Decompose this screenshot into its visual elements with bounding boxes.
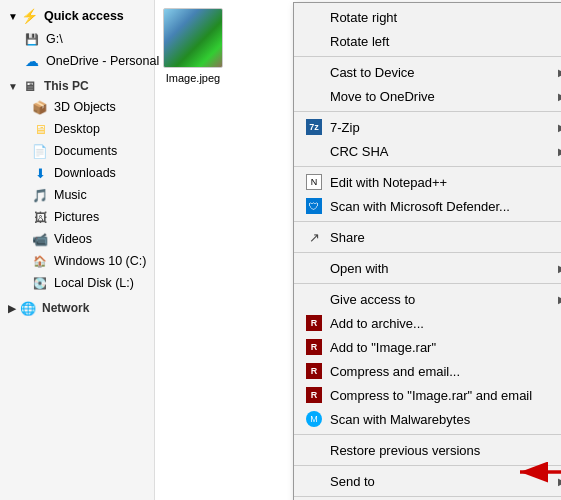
notepad-icon: N [304,174,324,190]
restore-icon [304,442,324,458]
menu-separator-4 [294,221,561,222]
cast-icon [304,64,324,80]
sidebar-network[interactable]: ▶ 🌐 Network [0,294,154,318]
menu-item-share[interactable]: ↗ Share [294,225,561,249]
red-arrow-annotation [510,458,561,486]
videos-icon: 📹 [32,231,48,247]
menu-restore-label: Restore previous versions [330,443,480,458]
sidebar-item-g-drive[interactable]: 💾 G:\ [0,28,154,50]
rotate-left-icon [304,33,324,49]
menu-add-archive-label: Add to archive... [330,316,424,331]
menu-item-give-access[interactable]: Give access to ▶ [294,287,561,311]
menu-separator-2 [294,111,561,112]
menu-item-malwarebytes[interactable]: M Scan with Malwarebytes [294,407,561,431]
menu-rotate-right-label: Rotate right [330,10,397,25]
file-label: Image.jpeg [159,72,227,84]
sidebar-item-desktop[interactable]: 🖥 Desktop [0,118,154,140]
quick-access-icon: ⚡ [22,8,38,24]
this-pc-chevron: ▼ [8,81,18,92]
menu-item-move-onedrive[interactable]: Move to OneDrive ▶ [294,84,561,108]
menu-add-image-rar-label: Add to "Image.rar" [330,340,436,355]
menu-item-compress-rar-email[interactable]: R Compress to "Image.rar" and email [294,383,561,407]
sidebar-videos-label: Videos [54,232,92,246]
sidebar-item-music[interactable]: 🎵 Music [0,184,154,206]
g-drive-icon: 💾 [24,31,40,47]
context-menu: Rotate right Rotate left Cast to Device … [293,2,561,500]
compress-rar-email-icon: R [304,387,324,403]
sidebar-item-local-disk[interactable]: 💽 Local Disk (L:) [0,272,154,294]
menu-separator-6 [294,283,561,284]
sidebar-item-downloads[interactable]: ⬇ Downloads [0,162,154,184]
quick-access-label: Quick access [44,9,124,23]
sidebar-g-drive-label: G:\ [46,32,63,46]
menu-send-to-label: Send to [330,474,375,489]
sidebar-this-pc-label: This PC [44,79,89,93]
sidebar-3d-objects-label: 3D Objects [54,100,116,114]
onedrive-menu-icon [304,88,324,104]
menu-move-onedrive-label: Move to OneDrive [330,89,435,104]
sidebar-windows10-label: Windows 10 (C:) [54,254,146,268]
sidebar-onedrive-label: OneDrive - Personal [46,54,159,68]
menu-compress-rar-email-label: Compress to "Image.rar" and email [330,388,532,403]
add-archive-icon: R [304,315,324,331]
onedrive-icon: ☁ [24,53,40,69]
this-pc-icon: 🖥 [22,78,38,94]
sidebar-item-videos[interactable]: 📹 Videos [0,228,154,250]
explorer-window: ▼ ⚡ Quick access 💾 G:\ ☁ OneDrive - Pers… [0,0,561,500]
menu-item-cast-to-device[interactable]: Cast to Device ▶ [294,60,561,84]
sidebar-desktop-label: Desktop [54,122,100,136]
menu-item-add-image-rar[interactable]: R Add to "Image.rar" [294,335,561,359]
menu-item-defender[interactable]: 🛡 Scan with Microsoft Defender... [294,194,561,218]
menu-malwarebytes-label: Scan with Malwarebytes [330,412,470,427]
documents-icon: 📄 [32,143,48,159]
file-thumbnail [163,8,223,68]
sidebar-network-label: Network [42,301,89,315]
menu-crc-label: CRC SHA [330,144,389,159]
sidebar-item-onedrive[interactable]: ☁ OneDrive - Personal [0,50,154,72]
open-with-icon [304,260,324,276]
menu-item-add-archive[interactable]: R Add to archive... [294,311,561,335]
menu-item-crc-sha[interactable]: CRC SHA ▶ [294,139,561,163]
network-chevron: ▶ [8,303,16,314]
menu-item-rotate-left[interactable]: Rotate left [294,29,561,53]
sidebar-item-3d-objects[interactable]: 📦 3D Objects [0,96,154,118]
menu-separator-5 [294,252,561,253]
menu-item-compress-email[interactable]: R Compress and email... [294,359,561,383]
sidebar-pictures-label: Pictures [54,210,99,224]
local-disk-icon: 💽 [32,275,48,291]
menu-separator-3 [294,166,561,167]
sidebar-music-label: Music [54,188,87,202]
sidebar-item-documents[interactable]: 📄 Documents [0,140,154,162]
menu-item-rotate-right[interactable]: Rotate right [294,5,561,29]
menu-notepad-label: Edit with Notepad++ [330,175,447,190]
3d-objects-icon: 📦 [32,99,48,115]
menu-cast-label: Cast to Device [330,65,415,80]
defender-icon: 🛡 [304,198,324,214]
menu-item-7zip[interactable]: 7z 7-Zip ▶ [294,115,561,139]
menu-item-open-with[interactable]: Open with ▶ [294,256,561,280]
sidebar-downloads-label: Downloads [54,166,116,180]
menu-compress-email-label: Compress and email... [330,364,460,379]
menu-item-notepad[interactable]: N Edit with Notepad++ [294,170,561,194]
desktop-icon: 🖥 [32,121,48,137]
downloads-icon: ⬇ [32,165,48,181]
menu-open-with-label: Open with [330,261,389,276]
quick-access-chevron: ▼ [8,11,18,22]
compress-email-icon: R [304,363,324,379]
sidebar: ▼ ⚡ Quick access 💾 G:\ ☁ OneDrive - Pers… [0,0,155,500]
menu-rotate-left-label: Rotate left [330,34,389,49]
sidebar-item-pictures[interactable]: 🖼 Pictures [0,206,154,228]
sidebar-item-windows10[interactable]: 🏠 Windows 10 (C:) [0,250,154,272]
sidebar-quick-access[interactable]: ▼ ⚡ Quick access [0,4,154,28]
malwarebytes-icon: M [304,411,324,427]
send-to-icon [304,473,324,489]
sidebar-this-pc[interactable]: ▼ 🖥 This PC [0,72,154,96]
give-access-icon [304,291,324,307]
pictures-icon: 🖼 [32,209,48,225]
music-icon: 🎵 [32,187,48,203]
menu-defender-label: Scan with Microsoft Defender... [330,199,510,214]
menu-separator-7 [294,434,561,435]
menu-separator-1 [294,56,561,57]
main-content: Image.jpeg Rotate right Rotate left Cast… [155,0,561,500]
add-image-rar-icon: R [304,339,324,355]
